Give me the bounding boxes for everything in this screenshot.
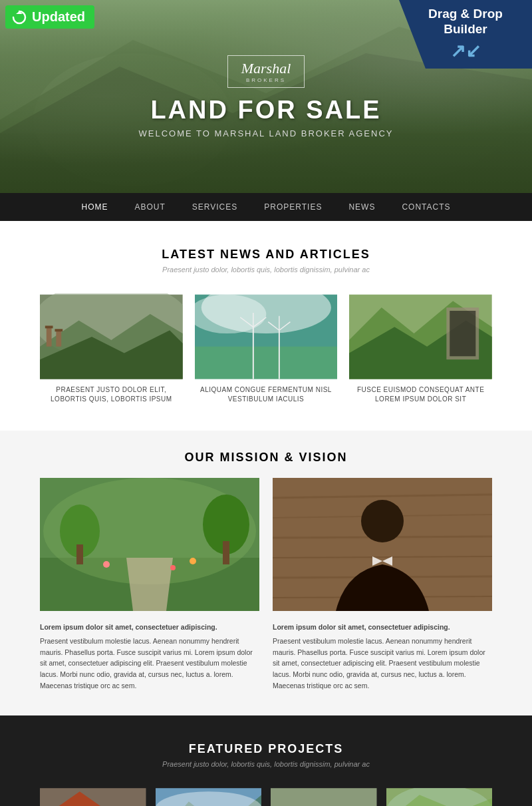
hero-content: Marshal BROKERS LAND FOR SALE WELCOME TO…	[139, 55, 394, 138]
news-item-1: PRAESENT JUSTO DOLOR ELIT, LOBORTIS QUIS…	[40, 294, 183, 404]
project-image-3	[271, 788, 377, 806]
news-caption-2: ALIQUAM CONGUE FERMENTUM NISL VESTIBULUM…	[195, 385, 338, 404]
project-item-4: PROJECT NAME Praesent justo dolor, lobor…	[386, 788, 493, 806]
news-item-3: FUSCE EUISMOD CONSEQUAT ANTE LOREM IPSUM…	[349, 294, 492, 404]
project-item-3: PROJECT NAME Praesent justo dolor, lobor…	[271, 788, 377, 806]
svg-marker-40	[126, 558, 173, 611]
nav-news[interactable]: NEWS	[335, 193, 388, 221]
svg-point-42	[190, 558, 196, 564]
mission-text-left: Lorem ipsum dolor sit amet, consectetuer…	[40, 622, 259, 696]
svg-rect-13	[45, 325, 53, 328]
hero-title: LAND FOR SALE	[139, 96, 394, 124]
news-section-subtitle: Praesent justo dolor, lobortis quis, lob…	[40, 266, 492, 274]
news-image-2	[195, 294, 338, 380]
svg-rect-19	[195, 347, 338, 379]
nav-services[interactable]: SERVICES	[179, 193, 251, 221]
hero-logo-name: Marshal	[241, 60, 291, 77]
nav-properties[interactable]: PROPERTIES	[251, 193, 335, 221]
mission-section-title: OUR MISSION & VISION	[40, 451, 492, 465]
news-image-3	[349, 294, 492, 380]
svg-rect-37	[76, 544, 83, 564]
svg-rect-15	[55, 329, 63, 331]
mission-section: OUR MISSION & VISION	[0, 431, 532, 715]
project-image-4	[386, 788, 493, 806]
project-item-2: PROJECT NAME Praesent justo dolor, lobor…	[156, 788, 262, 806]
news-grid: PRAESENT JUSTO DOLOR ELIT, LOBORTIS QUIS…	[40, 294, 492, 404]
svg-point-41	[103, 561, 110, 568]
project-image-2	[156, 788, 262, 806]
projects-section-subtitle: Praesent justo dolor, lobortis quis, lob…	[40, 760, 492, 768]
mission-right-body: Praesent vestibulum molestie lacus. Aene…	[273, 636, 492, 692]
news-caption-3: FUSCE EUISMOD CONSEQUAT ANTE LOREM IPSUM…	[349, 385, 492, 404]
mission-image-garden	[40, 478, 259, 611]
hero-subtitle: WELCOME TO MARSHAL LAND BROKER AGENCY	[139, 128, 394, 138]
projects-grid: PROJECT NAME Praesent justo dolor, lobor…	[40, 788, 492, 806]
featured-projects-section: FEATURED PROJECTS Praesent justo dolor, …	[0, 715, 532, 806]
news-image-1	[40, 294, 183, 380]
svg-rect-39	[223, 541, 229, 564]
nav-home[interactable]: HOME	[68, 193, 121, 221]
nav-about[interactable]: ABOUT	[121, 193, 178, 221]
project-image-1	[40, 788, 146, 806]
svg-point-43	[170, 565, 176, 570]
projects-section-title: FEATURED PROJECTS	[40, 742, 492, 756]
svg-rect-66	[271, 788, 377, 806]
mission-image-person	[273, 478, 492, 611]
project-item-1: PROJECT NAME Praesent justo dolor, lobor…	[40, 788, 146, 806]
mission-left-body: Praesent vestibulum molestie lacus. Aene…	[40, 636, 259, 692]
news-caption-1: PRAESENT JUSTO DOLOR ELIT, LOBORTIS QUIS…	[40, 385, 183, 404]
hero-section: Marshal BROKERS LAND FOR SALE WELCOME TO…	[0, 0, 532, 193]
svg-point-52	[361, 500, 404, 542]
mission-text-grid: Lorem ipsum dolor sit amet, consectetuer…	[40, 622, 492, 696]
hero-logo-box: Marshal BROKERS	[227, 55, 305, 88]
main-navigation: HOME ABOUT SERVICES PROPERTIES NEWS CONT…	[0, 193, 532, 221]
latest-news-section: LATEST NEWS AND ARTICLES Praesent justo …	[0, 221, 532, 431]
news-section-title: LATEST NEWS AND ARTICLES	[40, 248, 492, 262]
mission-right-intro: Lorem ipsum dolor sit amet, consectetuer…	[273, 622, 492, 633]
hero-logo-sub: BROKERS	[241, 77, 291, 83]
svg-rect-12	[47, 327, 52, 346]
mission-left-intro: Lorem ipsum dolor sit amet, consectetuer…	[40, 622, 259, 633]
svg-rect-32	[450, 311, 476, 356]
news-item-2: ALIQUAM CONGUE FERMENTUM NISL VESTIBULUM…	[195, 294, 338, 404]
svg-rect-14	[56, 330, 61, 346]
nav-contacts[interactable]: CONTACTS	[388, 193, 464, 221]
mission-text-right: Lorem ipsum dolor sit amet, consectetuer…	[273, 622, 492, 696]
mission-grid	[40, 478, 492, 611]
